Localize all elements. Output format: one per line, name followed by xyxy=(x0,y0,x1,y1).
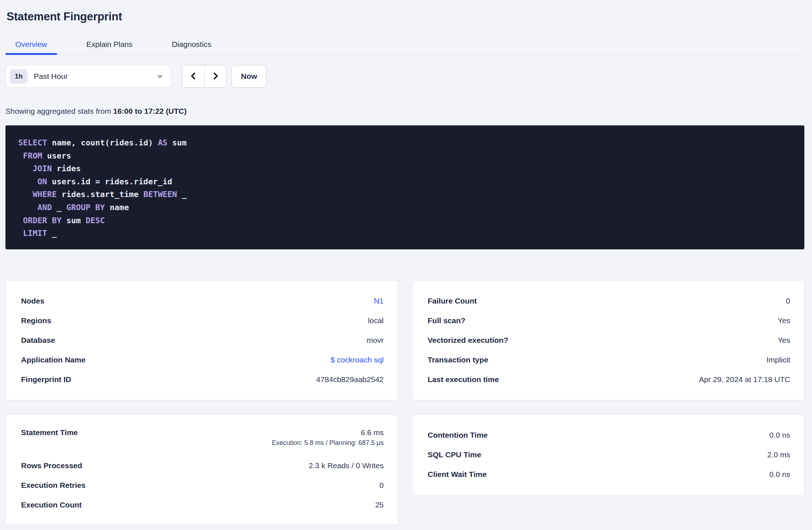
sql-keyword: LIMIT xyxy=(23,229,47,238)
stat-label: Regions xyxy=(21,316,51,325)
stat-value: 2.3 k Reads / 0 Writes xyxy=(309,461,383,470)
sql-line: LIMIT _ xyxy=(18,227,797,240)
stat-value: Yes xyxy=(778,336,790,345)
stat-value: 0 xyxy=(379,481,384,490)
stat-row: Contention Time0.0 ns xyxy=(428,425,791,445)
stat-value: movr xyxy=(367,336,384,345)
stat-value: 25 xyxy=(375,501,383,509)
stat-row: Regionslocal xyxy=(21,311,384,330)
sql-text: rides xyxy=(52,164,81,173)
sql-keyword: BETWEEN xyxy=(143,190,177,199)
stat-value: 4784cb829aab2542 xyxy=(316,375,384,384)
sql-keyword: FROM xyxy=(23,151,42,160)
stat-value: 2.0 ms xyxy=(767,450,790,459)
sql-line: AND _ GROUP BY name xyxy=(18,201,797,214)
stat-value: Yes xyxy=(778,316,790,325)
details-cards-row: NodesN1RegionslocalDatabasemovrApplicati… xyxy=(5,280,804,400)
stat-row: Failure Count0 xyxy=(428,291,791,311)
stat-value: Implicit xyxy=(767,356,790,364)
stat-label: Transaction type xyxy=(428,356,489,364)
stat-label: Rows Processed xyxy=(21,461,82,470)
sql-text: users.id = rides.rider_id xyxy=(47,177,172,186)
stat-label: SQL CPU Time xyxy=(428,450,481,459)
time-range-pager xyxy=(182,65,226,88)
sql-keyword: AS xyxy=(158,138,168,147)
wait-times-card: Contention Time0.0 nsSQL CPU Time2.0 msC… xyxy=(412,414,805,496)
stat-row: Client Wait Time0.0 ns xyxy=(428,465,791,484)
stat-row: Vectorized execution?Yes xyxy=(428,330,791,350)
stat-row: Rows Processed2.3 k Reads / 0 Writes xyxy=(21,456,384,475)
chevron-left-icon xyxy=(189,71,198,82)
sql-keyword: ORDER BY xyxy=(23,216,61,225)
stat-row: Fingerprint ID4784cb829aab2542 xyxy=(21,370,384,389)
tab-diagnostics[interactable]: Diagnostics xyxy=(162,40,221,55)
sql-line: ON users.id = rides.rider_id xyxy=(18,175,797,188)
sql-text: users xyxy=(42,151,71,160)
page-title: Statement Fingerprint xyxy=(7,10,804,24)
stat-value: local xyxy=(368,316,383,325)
tab-explain-plans[interactable]: Explain Plans xyxy=(77,40,142,55)
stat-row: Execution Retries0 xyxy=(21,475,384,495)
next-range-button[interactable] xyxy=(204,65,226,87)
time-range-label: Past Hour xyxy=(34,72,68,81)
stat-value: N1 xyxy=(374,297,384,305)
timing-cards-row: Statement Time6.6 msExecution: 5.8 ms / … xyxy=(5,414,804,525)
caption-prefix: Showing aggregated stats from xyxy=(5,107,113,115)
time-range-dropdown[interactable]: 1h Past Hour xyxy=(5,65,171,88)
stat-row: Full scan?Yes xyxy=(428,311,791,330)
sql-text: sum xyxy=(168,138,187,147)
statement-fingerprint-page: Statement Fingerprint OverviewExplain Pl… xyxy=(0,10,812,525)
stat-label: Application Name xyxy=(21,356,85,364)
stat-label: Database xyxy=(21,336,55,345)
sql-keyword: WHERE xyxy=(33,190,57,199)
stat-value: Apr 29, 2024 at 17:18 UTC xyxy=(699,375,790,384)
sql-line: FROM users xyxy=(18,149,797,162)
previous-range-button[interactable] xyxy=(182,65,204,87)
stat-value: $ cockroach sql xyxy=(331,356,384,364)
stat-row: Execution Count25 xyxy=(21,495,384,515)
now-button[interactable]: Now xyxy=(232,65,266,88)
stat-row: NodesN1 xyxy=(21,291,384,311)
stat-value-link[interactable]: N1 xyxy=(374,297,384,305)
statement-timing-card: Statement Time6.6 msExecution: 5.8 ms / … xyxy=(5,414,398,525)
chevron-down-icon xyxy=(156,73,164,80)
sql-line: SELECT name, count(rides.id) AS sum xyxy=(18,136,797,149)
stat-row: Transaction typeImplicit xyxy=(428,350,791,370)
aggregated-stats-caption: Showing aggregated stats from 16:00 to 1… xyxy=(5,107,804,116)
caption-time-range: 16:00 to 17:22 (UTC) xyxy=(113,107,187,115)
sql-text: name xyxy=(105,203,129,212)
stat-row: SQL CPU Time2.0 ms xyxy=(428,445,791,465)
stat-label: Execution Count xyxy=(21,501,82,509)
sql-keyword: DESC xyxy=(85,216,105,225)
sql-keyword: SELECT xyxy=(18,138,47,147)
stat-label: Nodes xyxy=(21,297,44,305)
stat-label: Statement Time xyxy=(21,428,78,437)
stat-label: Vectorized execution? xyxy=(428,336,508,345)
stat-label: Execution Retries xyxy=(21,481,85,490)
sql-keyword: JOIN xyxy=(33,164,52,173)
stat-value: 0.0 ns xyxy=(769,470,790,479)
time-range-badge: 1h xyxy=(10,69,28,84)
sql-line: JOIN rides xyxy=(18,162,797,175)
stat-row: Databasemovr xyxy=(21,330,384,350)
sql-text: _ xyxy=(177,190,187,199)
stat-row: Application Name$ cockroach sql xyxy=(21,350,384,370)
tab-overview[interactable]: Overview xyxy=(5,40,57,55)
stat-value-link[interactable]: $ cockroach sql xyxy=(331,356,384,364)
sql-statement-box: SELECT name, count(rides.id) AS sumFROM … xyxy=(5,125,804,249)
stat-subvalue: Execution: 5.8 ms / Planning: 687.5 µs xyxy=(272,439,384,447)
stat-value: 0 xyxy=(786,297,790,305)
stat-label: Failure Count xyxy=(428,297,477,305)
tab-bar: OverviewExplain PlansDiagnostics xyxy=(5,40,804,55)
sql-line: ORDER BY sum DESC xyxy=(18,214,797,227)
sql-text: _ xyxy=(52,203,67,212)
stat-label: Full scan? xyxy=(428,316,466,325)
stat-value: 0.0 ns xyxy=(769,431,790,439)
sql-keyword: AND xyxy=(37,203,52,212)
statement-details-card: NodesN1RegionslocalDatabasemovrApplicati… xyxy=(5,280,398,400)
stat-row: Statement Time6.6 msExecution: 5.8 ms / … xyxy=(21,425,384,456)
chevron-right-icon xyxy=(211,71,220,82)
sql-line: WHERE rides.start_time BETWEEN _ xyxy=(18,188,797,201)
sql-text: sum xyxy=(61,216,85,225)
stat-label: Fingerprint ID xyxy=(21,375,71,384)
